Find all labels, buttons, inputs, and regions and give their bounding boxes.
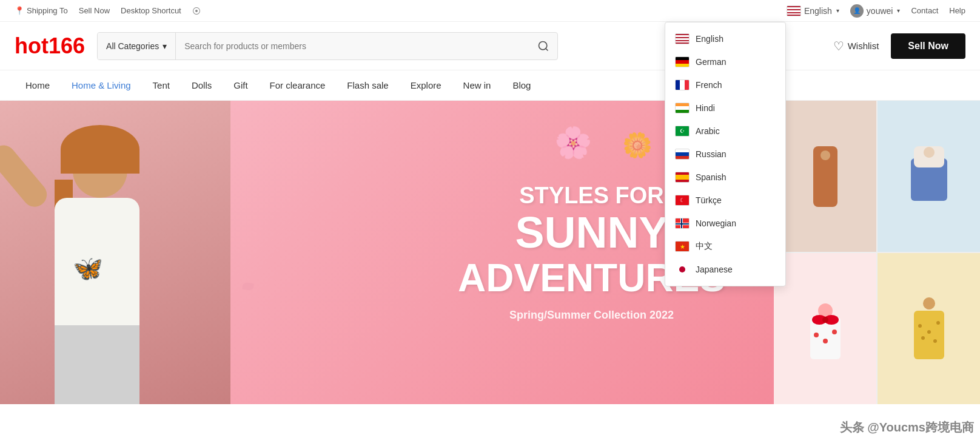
search-icon (537, 40, 549, 52)
lang-item-english[interactable]: English (665, 27, 785, 50)
svg-line-1 (546, 48, 548, 50)
lang-item-chinese[interactable]: ★ 中文 (665, 235, 785, 258)
lang-item-norwegian[interactable]: Norwegian (665, 212, 785, 235)
svg-point-3 (821, 150, 830, 160)
lang-label-arabic: Arabic (696, 126, 720, 136)
topbar-sell-now[interactable]: Sell Now (79, 6, 110, 15)
svg-point-16 (923, 297, 935, 309)
lang-label-english: English (696, 34, 723, 44)
banner: 🌸 🌼 🦋 S (0, 101, 774, 404)
svg-point-14 (832, 330, 837, 334)
svg-point-18 (927, 330, 931, 334)
search-categories-dropdown[interactable]: All Categories ▾ (98, 33, 176, 59)
shipping-to[interactable]: 📍 Shipping To (15, 6, 68, 15)
language-selector[interactable]: English ▾ (787, 5, 839, 16)
contact-link[interactable]: Contact (911, 6, 938, 15)
product-thumb-3[interactable] (774, 253, 876, 404)
product-thumb-4[interactable] (878, 253, 980, 404)
header-right: ♡ Wishlist Sell Now (833, 33, 965, 59)
product-image-3 (801, 293, 850, 365)
flag-norwegian (675, 218, 690, 229)
heart-icon: ♡ (833, 39, 844, 53)
location-icon: 📍 (15, 6, 24, 15)
lang-label-russian: Russian (696, 149, 727, 159)
flag-arabic: ☪ (675, 126, 690, 137)
logo-text: hot (15, 33, 49, 58)
lang-item-spanish[interactable]: Spanish (665, 166, 785, 189)
search-bar: All Categories ▾ (97, 32, 558, 60)
flag-french (675, 79, 690, 90)
categories-chevron: ▾ (163, 41, 167, 51)
content-area: 🌸 🌼 🦋 S (0, 101, 980, 404)
lang-item-german[interactable]: German (665, 50, 785, 73)
svg-point-12 (814, 333, 819, 337)
lang-item-russian[interactable]: Russian (665, 143, 785, 166)
rss-icon[interactable]: ⦿ (192, 6, 201, 16)
user-chevron: ▾ (897, 7, 900, 14)
top-bar: 📍 Shipping To Sell Now Desktop Shortcut … (0, 0, 980, 22)
product-thumb-2[interactable] (878, 101, 980, 252)
nav-item-explore[interactable]: Explore (400, 70, 452, 100)
wishlist-button[interactable]: ♡ Wishlist (833, 39, 879, 53)
nav-item-blog[interactable]: Blog (502, 70, 542, 100)
flag-english (675, 33, 690, 44)
svg-point-20 (921, 336, 925, 340)
logo-number: 166 (49, 33, 85, 58)
lang-label-turkish: Türkçe (696, 195, 722, 205)
lang-label-norwegian: Norwegian (696, 218, 736, 228)
nav-item-gift[interactable]: Gift (223, 70, 258, 100)
product-thumb-1[interactable] (774, 101, 876, 252)
flag-japanese-container (675, 264, 690, 275)
nav-item-home-living[interactable]: Home & Living (61, 70, 142, 100)
nav-item-flash-sale[interactable]: Flash sale (336, 70, 399, 100)
language-dropdown: English German French Hindi ☪ Arabic Rus… (665, 22, 786, 286)
product-thumbnails (774, 101, 980, 404)
flag-spanish (675, 172, 690, 183)
categories-label: All Categories (106, 41, 159, 51)
svg-point-17 (918, 324, 922, 328)
search-button[interactable] (529, 32, 557, 60)
svg-point-13 (823, 339, 828, 343)
desktop-shortcut[interactable]: Desktop Shortcut (121, 6, 181, 15)
lang-item-arabic[interactable]: ☪ Arabic (665, 120, 785, 143)
svg-point-0 (539, 41, 547, 49)
logo[interactable]: hot166 (15, 33, 85, 59)
lang-label-french: French (696, 80, 722, 90)
lang-item-french[interactable]: French (665, 73, 785, 96)
flag-japanese (679, 266, 685, 272)
nav-item-tent[interactable]: Tent (142, 70, 181, 100)
top-bar-right: English ▾ 👤 youwei ▾ Contact Help (787, 4, 965, 18)
flag-german (675, 56, 690, 67)
flag-turkish: ☾ (675, 195, 690, 206)
top-bar-left: 📍 Shipping To Sell Now Desktop Shortcut … (15, 6, 201, 16)
sell-now-button[interactable]: Sell Now (891, 33, 965, 59)
nav-item-home[interactable]: Home (15, 70, 61, 100)
product-image-2 (905, 140, 953, 213)
flag-chinese: ★ (675, 241, 690, 252)
svg-rect-15 (914, 311, 944, 359)
lang-item-japanese[interactable]: Japanese (665, 258, 785, 281)
language-chevron: ▾ (836, 7, 839, 14)
nav-item-clearance[interactable]: For clearance (259, 70, 337, 100)
svg-point-19 (936, 321, 940, 325)
search-input[interactable] (176, 41, 529, 51)
nav-item-new-in[interactable]: New in (452, 70, 502, 100)
username: youwei (867, 6, 893, 16)
lang-label-japanese: Japanese (696, 265, 733, 274)
wishlist-label: Wishlist (848, 41, 879, 51)
help-link[interactable]: Help (949, 6, 965, 15)
svg-point-11 (822, 317, 828, 323)
lang-item-turkish[interactable]: ☾ Türkçe (665, 189, 785, 212)
user-section[interactable]: 👤 youwei ▾ (850, 4, 901, 18)
lang-item-hindi[interactable]: Hindi (665, 96, 785, 120)
svg-point-6 (924, 147, 935, 158)
main-nav: Home Home & Living Tent Dolls Gift For c… (0, 70, 980, 101)
banner-subtitle: Spring/Summer Collection 2022 (458, 309, 725, 322)
product-image-1 (801, 140, 850, 213)
lang-label-hindi: Hindi (696, 103, 715, 113)
nav-item-dolls[interactable]: Dolls (181, 70, 223, 100)
lang-label-german: German (696, 57, 727, 67)
current-language-label: English (804, 6, 832, 16)
lang-label-spanish: Spanish (696, 172, 727, 182)
lang-label-chinese: 中文 (696, 241, 713, 252)
